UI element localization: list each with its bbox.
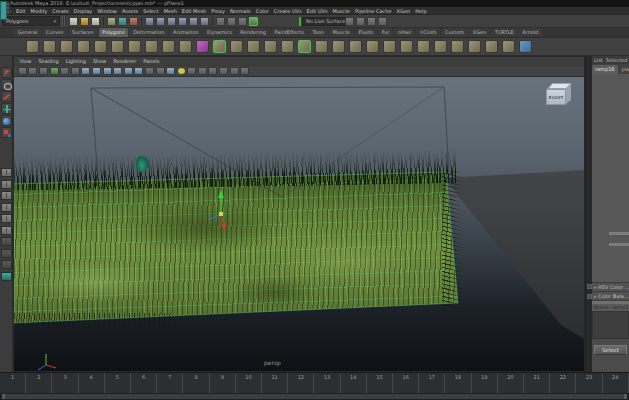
- new-scene-icon[interactable]: [69, 17, 78, 26]
- poly-cylinder-icon[interactable]: [60, 40, 73, 53]
- hypergraph-layout-icon[interactable]: [1, 237, 12, 246]
- frame-20[interactable]: 20: [498, 373, 524, 393]
- panel-menu-lighting[interactable]: Lighting: [62, 57, 89, 65]
- poly-platonic-icon[interactable]: [196, 40, 209, 53]
- wireframe-shaded-icon[interactable]: [156, 67, 165, 75]
- four-pane-layout-icon[interactable]: [1, 203, 12, 212]
- frame-2[interactable]: 2: [26, 373, 52, 393]
- menu-select[interactable]: Select: [141, 7, 161, 15]
- fill-mode-icon[interactable]: [145, 67, 154, 75]
- frame-9[interactable]: 9: [210, 373, 236, 393]
- move-tool-icon[interactable]: [1, 103, 12, 114]
- panel-menu-panels[interactable]: Panels: [140, 57, 163, 65]
- menu-create-uvs[interactable]: Create UVs: [271, 7, 304, 15]
- bevel-icon[interactable]: [366, 40, 379, 53]
- save-scene-icon[interactable]: [91, 17, 100, 26]
- view-cube-side-face[interactable]: [566, 84, 571, 104]
- menu-edit[interactable]: Edit: [13, 7, 28, 15]
- film-gate-icon[interactable]: [81, 67, 90, 75]
- poly-torus-icon[interactable]: [111, 40, 124, 53]
- toolbar-grip[interactable]: [62, 16, 66, 26]
- frame-23[interactable]: 23: [576, 373, 602, 393]
- shelf-tab-rendering[interactable]: Rendering: [237, 28, 270, 37]
- shelf-tab-fluids[interactable]: Fluids: [355, 28, 377, 37]
- multisample-icon[interactable]: [219, 67, 228, 75]
- frame-4[interactable]: 4: [79, 373, 105, 393]
- bookmark-icon[interactable]: [50, 67, 59, 75]
- sculpt-icon[interactable]: [247, 40, 260, 53]
- shelf-tab-custom[interactable]: Custom: [441, 28, 468, 37]
- input-connections-icon[interactable]: [216, 17, 225, 26]
- poly-sphere-icon[interactable]: [26, 40, 39, 53]
- color-balance-section[interactable]: Color Bala...: [592, 291, 629, 300]
- current-time-indicator[interactable]: [0, 1, 7, 20]
- extrude-icon[interactable]: [400, 40, 413, 53]
- attribute-editor-resize-strip[interactable]: [585, 56, 592, 372]
- panel-menu-shading[interactable]: Shading: [35, 57, 62, 65]
- ipr-render-icon[interactable]: [378, 17, 387, 26]
- viewport-3d[interactable]: RIGHT persp: [14, 77, 584, 371]
- mirror-icon[interactable]: [264, 40, 277, 53]
- make-live-icon[interactable]: [200, 17, 209, 26]
- poly-cone-icon[interactable]: [77, 40, 90, 53]
- select-button[interactable]: Select: [594, 345, 627, 355]
- shelf-tab-surfaces[interactable]: Surfaces: [68, 28, 97, 37]
- shelf-tab-arnold[interactable]: Arnold: [518, 28, 542, 37]
- frame-5[interactable]: 5: [105, 373, 131, 393]
- ae-menu-list[interactable]: List: [594, 56, 603, 64]
- select-by-hierarchy-icon[interactable]: [107, 17, 116, 26]
- menu-xgen[interactable]: XGen: [394, 7, 413, 15]
- select-by-component-icon[interactable]: [129, 17, 138, 26]
- frame-6[interactable]: 6: [131, 373, 157, 393]
- range-end-handle[interactable]: [624, 394, 627, 399]
- menu-pipeline-cache[interactable]: Pipeline Cache: [352, 7, 394, 15]
- poly-pipe-icon[interactable]: [162, 40, 175, 53]
- poly-helix-icon[interactable]: [179, 40, 192, 53]
- shelf-tab-dynamics[interactable]: Dynamics: [203, 28, 235, 37]
- single-pane-layout-icon[interactable]: [1, 168, 12, 177]
- hsv-color-section[interactable]: HSV Color ...: [592, 282, 629, 291]
- range-slider[interactable]: [0, 393, 629, 400]
- menu-color[interactable]: Color: [253, 7, 271, 15]
- open-scene-icon[interactable]: [80, 17, 89, 26]
- divider[interactable]: [141, 17, 142, 26]
- shelf-tab-painteffects[interactable]: PaintEffects: [271, 28, 308, 37]
- shelf-tab-toon[interactable]: Toon: [309, 28, 328, 37]
- panel-menu-renderer[interactable]: Renderer: [110, 57, 140, 65]
- isolate-select-icon[interactable]: [230, 67, 239, 75]
- frame-10[interactable]: 10: [236, 373, 262, 393]
- select-by-object-icon[interactable]: [118, 17, 127, 26]
- frame-8[interactable]: 8: [183, 373, 209, 393]
- render-current-frame-icon[interactable]: [367, 17, 376, 26]
- lighting-mode-icon[interactable]: [177, 67, 186, 75]
- poly-cube-icon[interactable]: [43, 40, 56, 53]
- component-editor-layout-icon[interactable]: [1, 226, 12, 235]
- snap-to-grid-icon[interactable]: [145, 17, 154, 26]
- combine-icon[interactable]: [281, 40, 294, 53]
- ae-menu-selected[interactable]: Selected: [606, 56, 628, 64]
- menu-muscle[interactable]: Muscle: [330, 7, 352, 15]
- frame-24[interactable]: 24: [603, 373, 629, 393]
- menu-display[interactable]: Display: [71, 7, 94, 15]
- menu-help[interactable]: Help: [413, 7, 429, 15]
- menu-proxy[interactable]: Proxy: [209, 7, 228, 15]
- triangulate-icon[interactable]: [451, 40, 464, 53]
- frame-15[interactable]: 15: [367, 373, 393, 393]
- xray-icon[interactable]: [240, 67, 249, 75]
- frame-21[interactable]: 21: [524, 373, 550, 393]
- select-camera-icon[interactable]: [18, 67, 27, 75]
- grid-icon[interactable]: [71, 67, 80, 75]
- bush-object[interactable]: [136, 156, 148, 172]
- poly-plane-icon[interactable]: [94, 40, 107, 53]
- poly-pyramid-icon[interactable]: [145, 40, 158, 53]
- menuset-dropdown[interactable]: Polygons ▾: [2, 16, 60, 26]
- shelf-tab-deformation[interactable]: Deformation: [129, 28, 168, 37]
- range-slider-bar[interactable]: [2, 394, 627, 399]
- snap-to-view-plane-icon[interactable]: [189, 17, 198, 26]
- render-view-layout-icon[interactable]: [1, 249, 12, 258]
- bridge-icon[interactable]: [383, 40, 396, 53]
- select-tool-icon[interactable]: [1, 67, 12, 78]
- shelf-tab-muscle[interactable]: Muscle: [329, 28, 354, 37]
- frame-19[interactable]: 19: [472, 373, 498, 393]
- uv-editor-layout-icon[interactable]: [1, 260, 12, 269]
